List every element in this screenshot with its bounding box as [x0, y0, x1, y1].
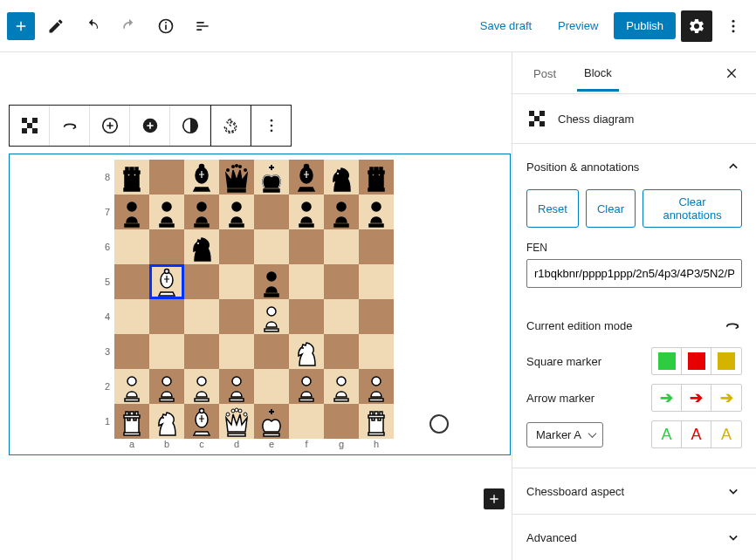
square-c2[interactable] [184, 369, 219, 404]
square-e6[interactable] [254, 229, 289, 264]
square-d2[interactable] [219, 369, 254, 404]
clear-annotations-button[interactable]: Clear annotations [643, 189, 742, 228]
square-d6[interactable] [219, 229, 254, 264]
square-a3[interactable] [114, 334, 149, 369]
square-h5[interactable] [359, 264, 394, 299]
outline-button[interactable] [187, 10, 218, 42]
square-d4[interactable] [219, 299, 254, 334]
square-h4[interactable] [359, 299, 394, 334]
square-b1[interactable] [149, 404, 184, 439]
square-g3[interactable] [324, 334, 359, 369]
fen-input[interactable] [526, 259, 742, 288]
tab-block[interactable]: Block [577, 54, 619, 92]
arrow-marker-red[interactable]: ➔ [682, 385, 711, 411]
square-c6[interactable] [184, 229, 219, 264]
square-marker-yellow[interactable] [711, 348, 741, 374]
preview-button[interactable]: Preview [547, 14, 608, 38]
add-block-after-button[interactable] [484, 488, 505, 509]
square-b8[interactable] [149, 160, 184, 195]
tab-post[interactable]: Post [526, 55, 563, 91]
square-e8[interactable] [254, 160, 289, 195]
chessboard[interactable] [114, 160, 394, 439]
arrow-marker-green[interactable]: ➔ [652, 385, 682, 411]
square-a1[interactable] [114, 404, 149, 439]
square-d5[interactable] [219, 264, 254, 299]
square-c3[interactable] [184, 334, 219, 369]
chess-diagram-block[interactable]: 87654321 abcdefgh [9, 154, 511, 455]
square-f7[interactable] [289, 195, 324, 229]
square-d7[interactable] [219, 195, 254, 229]
square-g7[interactable] [324, 195, 359, 229]
text-marker-green[interactable]: A [652, 421, 682, 447]
square-f6[interactable] [289, 229, 324, 264]
publish-button[interactable]: Publish [614, 12, 676, 39]
add-block-button[interactable] [7, 12, 35, 40]
square-g6[interactable] [324, 229, 359, 264]
reset-button[interactable]: Reset [526, 189, 579, 228]
square-d1[interactable] [219, 404, 254, 439]
square-g4[interactable] [324, 299, 359, 334]
square-e3[interactable] [254, 334, 289, 369]
add-piece-filled-button[interactable] [130, 106, 170, 146]
square-b3[interactable] [149, 334, 184, 369]
arrow-tool-button[interactable] [50, 106, 90, 146]
square-c8[interactable] [184, 160, 219, 195]
square-h3[interactable] [359, 334, 394, 369]
text-marker-yellow[interactable]: A [711, 421, 741, 447]
square-b6[interactable] [149, 229, 184, 264]
square-f4[interactable] [289, 299, 324, 334]
add-piece-button[interactable] [90, 106, 130, 146]
square-g8[interactable] [324, 160, 359, 195]
square-g5[interactable] [324, 264, 359, 299]
block-more-button[interactable] [251, 106, 291, 146]
square-e7[interactable] [254, 195, 289, 229]
panel-aspect-toggle[interactable]: Chessboard aspect [512, 468, 756, 514]
square-a4[interactable] [114, 299, 149, 334]
square-e4[interactable] [254, 299, 289, 334]
square-e5[interactable] [254, 264, 289, 299]
square-f8[interactable] [289, 160, 324, 195]
square-c7[interactable] [184, 195, 219, 229]
square-e1[interactable] [254, 404, 289, 439]
block-type-button[interactable] [10, 106, 50, 146]
square-c1[interactable] [184, 404, 219, 439]
close-sidebar-button[interactable] [721, 63, 742, 84]
info-button[interactable] [150, 10, 182, 42]
square-d3[interactable] [219, 334, 254, 369]
square-f3[interactable] [289, 334, 324, 369]
square-h1[interactable] [359, 404, 394, 439]
square-a7[interactable] [114, 195, 149, 229]
marker-select[interactable]: Marker A [526, 422, 603, 447]
undo-button[interactable] [77, 10, 108, 42]
text-marker-red[interactable]: A [682, 421, 711, 447]
square-b2[interactable] [149, 369, 184, 404]
panel-position-toggle[interactable]: Position & annotations [512, 144, 756, 189]
clear-button[interactable]: Clear [586, 189, 636, 228]
square-f1[interactable] [289, 404, 324, 439]
square-c5[interactable] [184, 264, 219, 299]
square-b7[interactable] [149, 195, 184, 229]
square-f2[interactable] [289, 369, 324, 404]
square-marker-red[interactable] [682, 348, 711, 374]
square-b4[interactable] [149, 299, 184, 334]
square-a6[interactable] [114, 229, 149, 264]
square-g1[interactable] [324, 404, 359, 439]
square-f5[interactable] [289, 264, 324, 299]
settings-button[interactable] [681, 10, 712, 42]
square-h8[interactable] [359, 160, 394, 195]
arrow-marker-yellow[interactable]: ➔ [711, 385, 741, 411]
square-d8[interactable] [219, 160, 254, 195]
square-a5[interactable] [114, 264, 149, 299]
square-b5[interactable] [149, 264, 184, 299]
square-marker-green[interactable] [652, 348, 682, 374]
square-h7[interactable] [359, 195, 394, 229]
square-e2[interactable] [254, 369, 289, 404]
square-c4[interactable] [184, 299, 219, 334]
square-h6[interactable] [359, 229, 394, 264]
square-a2[interactable] [114, 369, 149, 404]
square-a8[interactable] [114, 160, 149, 195]
panel-advanced-toggle[interactable]: Advanced [512, 515, 756, 560]
rotate-button[interactable] [210, 106, 251, 146]
square-h2[interactable] [359, 369, 394, 404]
redo-button[interactable] [113, 10, 145, 42]
